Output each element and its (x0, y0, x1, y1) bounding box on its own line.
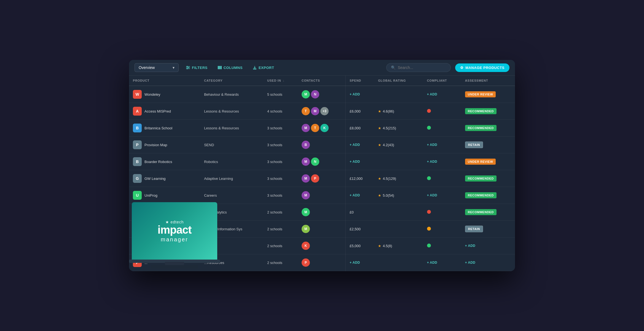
table-row: B Boarder Robotics Robotics3 schoolsMN+ … (129, 153, 515, 170)
table-header-row: PRODUCT CATEGORY USED IN ↓ CONTACTS SPEN… (129, 76, 515, 86)
search-box[interactable]: 🔍 (386, 63, 451, 72)
filters-icon (186, 65, 190, 70)
overview-label: Overview (139, 65, 155, 70)
table-row: A Access MISPred Lessons & Resources4 sc… (129, 103, 515, 120)
category-cell-4: Robotics (200, 153, 263, 170)
rating-cell-1: ★4.6(86) (374, 103, 423, 120)
product-cell-2: B Britannica School (129, 120, 200, 137)
export-button[interactable]: EXPORT (250, 64, 277, 71)
spend-add-btn[interactable]: + ADD (350, 92, 370, 96)
overview-dropdown[interactable]: Overview ▾ (135, 63, 179, 72)
compliant-cell-0: + ADD (423, 86, 461, 103)
spend-value: £5,000 (350, 244, 361, 248)
product-name: GW Learning (144, 177, 166, 181)
star-icon: ★ (378, 244, 381, 248)
columns-label: COLUMNS (224, 66, 243, 70)
gear-icon: ⚙ (460, 66, 464, 70)
product-name: Boarder Robotics (144, 160, 172, 164)
compliant-cell-7 (423, 204, 461, 221)
spend-cell-6: + ADD (346, 187, 374, 204)
export-label: EXPORT (259, 66, 274, 70)
avatar: M (302, 191, 310, 199)
spend-add-btn[interactable]: + ADD (350, 261, 370, 265)
compliant-cell-4: + ADD (423, 153, 461, 170)
product-logo: S (133, 225, 142, 233)
filters-button[interactable]: FILTERS (183, 64, 210, 71)
product-cell-3: P Provision Map (129, 137, 200, 153)
assessment-badge: RECOMMENDED (465, 125, 497, 131)
contacts-cell-4: MN (298, 153, 346, 170)
assessment-add-btn[interactable]: + ADD (465, 261, 511, 265)
avatar: M (302, 124, 310, 132)
compliant-dot (427, 244, 431, 247)
product-name: ... (144, 261, 147, 265)
spend-add-btn[interactable]: + ADD (350, 143, 370, 147)
product-name: Wisely (144, 210, 155, 214)
rating-cell-5: ★4.5(129) (374, 170, 423, 187)
category-cell-1: Lessons & Resources (200, 103, 263, 120)
table-container: PRODUCT CATEGORY USED IN ↓ CONTACTS SPEN… (129, 76, 515, 271)
table-row: G GW Learning Adaptive Learning3 schools… (129, 170, 515, 187)
assessment-badge: RECOMMENDED (465, 192, 497, 198)
sort-icon: ↓ (283, 79, 285, 82)
product-logo: W (133, 90, 142, 99)
compliant-cell-9 (423, 237, 461, 254)
compliant-dot (427, 210, 431, 214)
product-cell-6: U UniProg (129, 187, 200, 204)
category-cell-9: ...ng (200, 237, 263, 254)
compliant-dot (427, 126, 431, 130)
product-name: Provision Map (144, 143, 167, 147)
compliant-add-btn[interactable]: + ADD (427, 261, 457, 265)
manage-products-button[interactable]: ⚙ MANAGE PRODUCTS (455, 63, 509, 72)
used-in-cell-3: 3 schools (263, 137, 298, 153)
compliant-add-btn[interactable]: + ADD (427, 143, 457, 147)
svg-rect-5 (187, 68, 188, 69)
search-input[interactable] (398, 65, 446, 70)
assessment-cell-1: RECOMMENDED (461, 103, 515, 120)
used-in-cell-0: 5 schools (263, 86, 298, 103)
assessment-cell-9: + ADD (461, 237, 515, 254)
compliant-cell-3: + ADD (423, 137, 461, 153)
rating-cell-0 (374, 86, 423, 103)
contacts-cell-1: TM+3 (298, 103, 346, 120)
avatar: N (311, 158, 319, 166)
spend-add-btn[interactable]: + ADD (350, 160, 370, 164)
category-cell-0: Behaviour & Rewards (200, 86, 263, 103)
product-logo: G (133, 174, 142, 183)
compliant-cell-2 (423, 120, 461, 137)
category-cell-2: Lessons & Resources (200, 120, 263, 137)
table-row: P ... ...Resources2 schoolsP+ ADD+ ADD+ … (129, 254, 515, 271)
category-cell-5: Adaptive Learning (200, 170, 263, 187)
compliant-add-btn[interactable]: + ADD (427, 193, 457, 197)
compliant-add-btn[interactable]: + ADD (427, 92, 457, 96)
spend-cell-0: + ADD (346, 86, 374, 103)
product-name: UniProg (144, 193, 157, 197)
rating-value: 4.5(8) (383, 244, 392, 248)
col-used-in[interactable]: USED IN ↓ (263, 76, 298, 86)
col-contacts: CONTACTS (298, 76, 346, 86)
svg-rect-4 (188, 67, 189, 68)
compliant-add-btn[interactable]: + ADD (427, 160, 457, 164)
spend-add-btn[interactable]: + ADD (350, 193, 370, 197)
avatar: K (302, 242, 310, 250)
avatar: M (302, 90, 310, 98)
columns-icon (218, 65, 222, 70)
spend-value: £8,000 (350, 126, 361, 130)
used-in-cell-4: 3 schools (263, 153, 298, 170)
rating-cell-2: ★4.5(215) (374, 120, 423, 137)
product-logo: P (133, 140, 142, 149)
products-table: PRODUCT CATEGORY USED IN ↓ CONTACTS SPEN… (129, 76, 515, 271)
product-logo: B (133, 157, 142, 166)
assessment-add-btn[interactable]: + ADD (465, 244, 511, 248)
used-in-cell-2: 3 schools (263, 120, 298, 137)
avatar: T (311, 124, 319, 132)
columns-button[interactable]: COLUMNS (215, 64, 245, 71)
compliant-cell-6: + ADD (423, 187, 461, 204)
assessment-cell-10: + ADD (461, 254, 515, 271)
product-name: ... (144, 244, 147, 248)
table-row: S ... Student Information Sys2 schoolsM£… (129, 221, 515, 237)
search-icon: 🔍 (391, 65, 396, 70)
product-logo: A (133, 107, 142, 116)
star-icon: ★ (378, 177, 381, 181)
col-spend: SPEND (346, 76, 374, 86)
